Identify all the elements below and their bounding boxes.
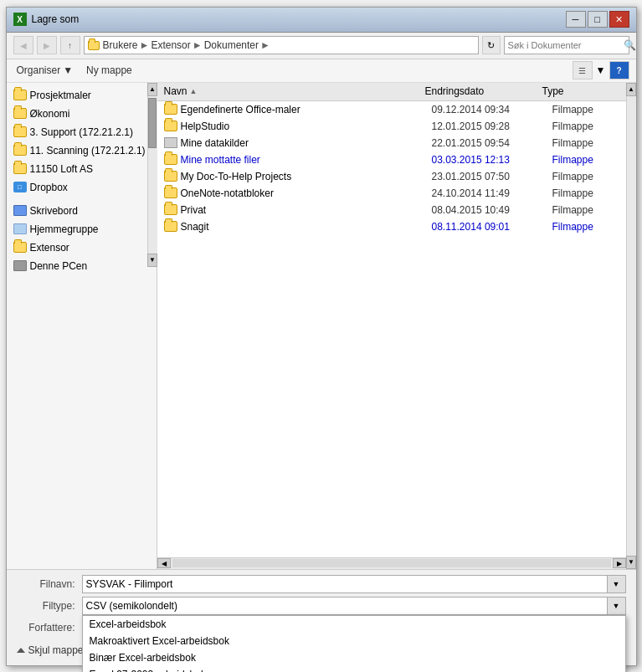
- navigation-toolbar: ◀ ▶ ↑ Brukere ► Extensor ► Dokumenter ► …: [7, 33, 636, 59]
- refresh-button[interactable]: ↻: [482, 36, 501, 54]
- sidebar-label-dropbox: Dropbox: [30, 182, 68, 193]
- search-bar[interactable]: 🔍: [504, 36, 629, 54]
- sidebar-item-loft[interactable]: 11150 Loft AS: [7, 160, 157, 178]
- sidebar-scroll-thumb[interactable]: [148, 98, 157, 148]
- file-item[interactable]: Mine datakilder 22.01.2015 09:54 Filmapp…: [157, 135, 626, 151]
- maximize-button[interactable]: □: [588, 11, 608, 28]
- new-folder-label: Ny mappe: [86, 64, 132, 76]
- dropdown-option-binary-excel[interactable]: Binær Excel-arbeidsbok: [83, 649, 625, 666]
- file-item[interactable]: Privat 08.04.2015 10:49 Filmappe: [157, 202, 626, 218]
- view-chevron-icon: ▼: [596, 64, 606, 76]
- sidebar-item-support[interactable]: 3. Support (172.21.2.1): [7, 123, 157, 141]
- sidebar-scroll-up[interactable]: ▲: [147, 83, 157, 96]
- drive-icon: [13, 260, 27, 271]
- folder-icon: [164, 187, 177, 198]
- organise-chevron-icon: ▼: [63, 64, 73, 76]
- file-name: Mine mottatte filer: [181, 154, 429, 166]
- filename-dropdown-button[interactable]: ▼: [608, 575, 626, 593]
- new-folder-button[interactable]: Ny mappe: [83, 63, 136, 78]
- folder-icon-address: [88, 41, 100, 50]
- file-item[interactable]: Egendefinerte Office-maler 09.12.2014 09…: [157, 101, 626, 118]
- breadcrumb-2: Dokumenter: [204, 39, 259, 51]
- file-type: Filmappe: [552, 121, 619, 132]
- folder-icon: [13, 108, 27, 119]
- file-type: Filmappe: [552, 187, 619, 199]
- file-date: 03.03.2015 12:13: [432, 154, 549, 166]
- file-item[interactable]: Mine mottatte filer 03.03.2015 12:13 Fil…: [157, 151, 626, 168]
- view-toggle-button[interactable]: ☰: [573, 61, 593, 80]
- help-button[interactable]: ?: [609, 61, 629, 80]
- dropdown-option-excel-arbeidsbok[interactable]: Excel-arbeidsbok: [83, 616, 625, 633]
- sidebar-item-scanning[interactable]: 11. Scanning (172.21.2.1): [7, 141, 157, 160]
- filename-label: Filnavn:: [17, 578, 75, 590]
- sidebar-label-scanning: 11. Scanning (172.21.2.1): [30, 145, 146, 156]
- file-type: Filmappe: [552, 171, 619, 182]
- main-scroll-down[interactable]: ▼: [626, 556, 636, 569]
- filename-input[interactable]: [82, 575, 608, 593]
- file-name: OneNote-notatbloker: [181, 187, 429, 199]
- sidebar-item-denne-pcen[interactable]: Denne PCen: [7, 257, 157, 275]
- column-header-date[interactable]: Endringsdato: [425, 85, 485, 97]
- file-type: Filmappe: [552, 204, 619, 216]
- forward-button[interactable]: ▶: [37, 36, 57, 54]
- datasource-icon: [164, 137, 177, 148]
- folder-icon: [13, 242, 27, 253]
- sidebar-item-hjemmegruppe[interactable]: Hjemmegruppe: [7, 220, 157, 239]
- file-name: Egendefinerte Office-maler: [181, 104, 429, 115]
- sort-icon: ▲: [190, 87, 198, 95]
- file-type: Filmappe: [552, 104, 619, 115]
- sidebar-scrollbar[interactable]: ▲ ▼: [147, 83, 157, 267]
- close-button[interactable]: ✕: [609, 11, 629, 28]
- column-header-name[interactable]: Navn ▲: [164, 85, 198, 97]
- sidebar-item-okonomi[interactable]: Økonomi: [7, 105, 157, 123]
- body-area: ▲ ▼ Prosjektmaler Økonomi 3. Support (17…: [7, 83, 636, 569]
- filename-container: ▼: [82, 575, 626, 593]
- sidebar-label-hjemmegruppe: Hjemmegruppe: [30, 223, 99, 235]
- search-input[interactable]: [508, 40, 624, 50]
- sidebar-label-denne-pcen: Denne PCen: [30, 260, 88, 272]
- minimize-button[interactable]: ─: [566, 11, 586, 28]
- sidebar-label-extensor: Extensor: [30, 242, 69, 254]
- dropdown-option-makro-excel[interactable]: Makroaktivert Excel-arbeidsbok: [83, 633, 625, 649]
- filetype-row: Filtype: ▼ Excel-arbeidsbok Makroaktiver…: [17, 597, 626, 615]
- organise-button[interactable]: Organiser ▼: [13, 63, 77, 78]
- excel-icon: X: [13, 13, 27, 26]
- folder-icon: [164, 121, 177, 131]
- h-scroll-right[interactable]: ▶: [613, 558, 626, 568]
- folder-icon: [164, 204, 177, 215]
- file-item[interactable]: My Doc-To-Help Projects 23.01.2015 07:50…: [157, 168, 626, 185]
- up-button[interactable]: ↑: [60, 36, 80, 54]
- horizontal-scrollbar[interactable]: ◀ ▶: [157, 557, 626, 569]
- sidebar-label-okonomi: Økonomi: [30, 108, 70, 120]
- file-item[interactable]: HelpStudio 12.01.2015 09:28 Filmappe: [157, 118, 626, 135]
- column-header-type[interactable]: Type: [542, 85, 564, 97]
- sidebar-item-prosjektmaler[interactable]: Prosjektmaler: [7, 86, 157, 105]
- search-icon: 🔍: [624, 39, 636, 51]
- toggle-folders-button[interactable]: Skjul mapper: [17, 644, 87, 656]
- file-item[interactable]: Snagit 08.11.2014 09:01 Filmappe: [157, 218, 626, 235]
- network-icon: [13, 223, 27, 234]
- filetype-label: Filtype:: [17, 600, 75, 612]
- filetype-dropdown-button[interactable]: ▼: [608, 597, 626, 615]
- filetype-input[interactable]: [82, 597, 608, 615]
- sidebar-scroll-down[interactable]: ▼: [147, 254, 157, 267]
- filetype-dropdown-list[interactable]: Excel-arbeidsbok Makroaktivert Excel-arb…: [82, 615, 626, 673]
- h-scroll-left[interactable]: ◀: [157, 558, 171, 568]
- window-controls: ─ □ ✕: [566, 11, 629, 28]
- main-scrollbar[interactable]: ▲ ▼: [626, 83, 636, 569]
- file-date: 23.01.2015 07:50: [432, 171, 549, 182]
- folder-icon: [13, 90, 27, 100]
- filetype-container: ▼ Excel-arbeidsbok Makroaktivert Excel-a…: [82, 597, 626, 615]
- file-date: 24.10.2014 11:49: [432, 187, 549, 199]
- main-scroll-up[interactable]: ▲: [626, 83, 636, 96]
- dropdown-option-excel-97-2003[interactable]: Excel 97-2003-arbeidsbok: [83, 666, 625, 673]
- sidebar-item-skrivebord[interactable]: Skrivebord: [7, 202, 157, 220]
- sidebar-item-dropbox[interactable]: □ Dropbox: [7, 178, 157, 197]
- view-controls: ☰ ▼ ?: [573, 61, 629, 80]
- file-list-header: Navn ▲ Endringsdato Type: [157, 83, 626, 101]
- file-item[interactable]: OneNote-notatbloker 24.10.2014 11:49 Fil…: [157, 185, 626, 202]
- sidebar-item-extensor[interactable]: Extensor: [7, 239, 157, 257]
- sidebar-label-loft: 11150 Loft AS: [30, 163, 93, 175]
- main-content: Navn ▲ Endringsdato Type: [157, 83, 626, 569]
- back-button[interactable]: ◀: [13, 36, 33, 54]
